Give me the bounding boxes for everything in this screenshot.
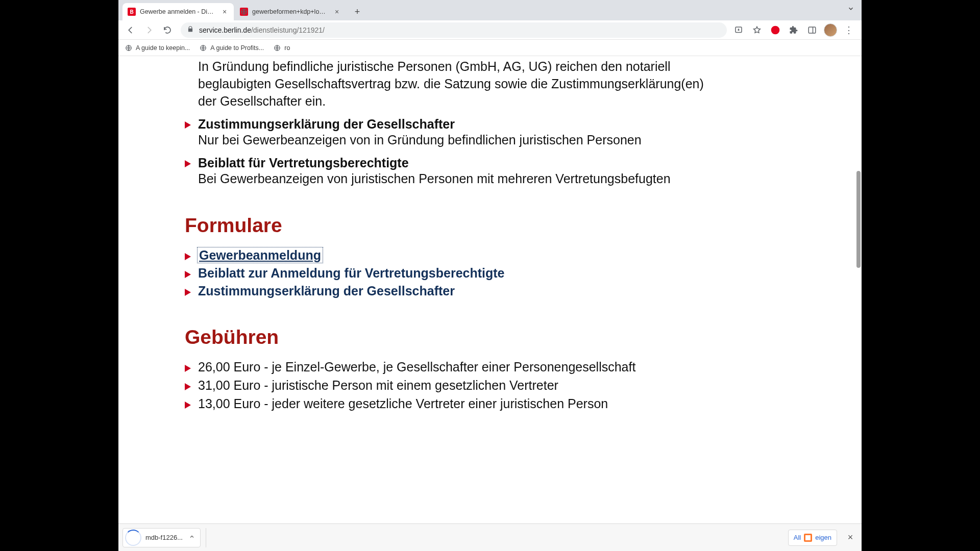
bookmark-item[interactable]: A guide to keepin... bbox=[125, 44, 190, 52]
page-viewport: In Gründung befindliche juristische Pers… bbox=[118, 56, 862, 551]
form-link-zustimmung[interactable]: Zustimmungserklärung der Gesellschafter bbox=[198, 284, 455, 298]
divider bbox=[206, 528, 206, 547]
tab-title: gewerbeformen+kdp+low+con bbox=[252, 8, 329, 15]
reload-button[interactable] bbox=[159, 22, 176, 38]
scrollbar-thumb[interactable] bbox=[856, 171, 861, 268]
globe-icon bbox=[273, 44, 281, 52]
list-item: Beiblatt zur Anmeldung für Vertretungsbe… bbox=[185, 266, 721, 281]
requirement-title: Beiblatt für Vertretungsberechtigte bbox=[198, 156, 721, 170]
heading-gebuehren: Gebühren bbox=[185, 326, 721, 348]
adblock-icon[interactable] bbox=[769, 23, 782, 37]
bookmark-label: A guide to keepin... bbox=[136, 44, 190, 52]
bookmark-label: ro bbox=[284, 44, 290, 52]
scrollbar[interactable] bbox=[855, 56, 862, 523]
toolbar: service.berlin.de/dienstleistung/121921/ bbox=[118, 20, 862, 40]
show-all-label-left: All bbox=[794, 534, 801, 541]
bookmarks-bar: A guide to keepin... A guide to Profits.… bbox=[118, 40, 862, 56]
sidepanel-icon[interactable] bbox=[805, 23, 819, 37]
svg-point-2 bbox=[771, 26, 780, 34]
heading-formulare: Formulare bbox=[185, 214, 721, 237]
tab-active[interactable]: B Gewerbe anmelden - Dienstle × bbox=[122, 3, 234, 20]
download-progress-icon bbox=[125, 530, 141, 546]
url-text: service.berlin.de/dienstleistung/121921/ bbox=[199, 26, 721, 34]
bookmark-star-icon[interactable] bbox=[750, 23, 764, 37]
close-icon[interactable]: × bbox=[220, 8, 229, 16]
file-icon bbox=[804, 534, 812, 542]
menu-icon[interactable]: ⋮ bbox=[842, 23, 855, 37]
svg-rect-3 bbox=[808, 27, 816, 33]
tab-title: Gewerbe anmelden - Dienstle bbox=[140, 8, 216, 15]
lock-icon bbox=[187, 26, 194, 34]
list-item: Gewerbeanmeldung bbox=[185, 248, 721, 263]
tab-inactive[interactable]: gewerbeformen+kdp+low+con × bbox=[235, 3, 346, 20]
bookmark-item[interactable]: A guide to Profits... bbox=[199, 44, 264, 52]
chevron-up-icon[interactable] bbox=[189, 534, 195, 541]
show-all-label-right: eigen bbox=[815, 534, 831, 541]
address-bar[interactable]: service.berlin.de/dienstleistung/121921/ bbox=[181, 22, 727, 38]
browser-window: B Gewerbe anmelden - Dienstle × gewerbef… bbox=[118, 0, 862, 551]
fee-item: 31,00 Euro - juristische Person mit eine… bbox=[185, 378, 721, 393]
back-button[interactable] bbox=[122, 22, 139, 38]
favicon-icon: B bbox=[128, 8, 136, 16]
download-filename: mdb-f1226... bbox=[145, 534, 183, 541]
requirement-item: Zustimmungserklärung der Gesellschafter … bbox=[185, 117, 721, 148]
fee-item: 13,00 Euro - jeder weitere gesetzliche V… bbox=[185, 396, 721, 411]
download-bar: mdb-f1226... All eigen × bbox=[118, 523, 862, 551]
install-icon[interactable] bbox=[732, 23, 745, 37]
download-item[interactable]: mdb-f1226... bbox=[122, 528, 201, 547]
requirement-item: Beiblatt für Vertretungsberechtigte Bei … bbox=[185, 156, 721, 187]
globe-icon bbox=[240, 8, 248, 16]
page-content: In Gründung befindliche juristische Pers… bbox=[185, 56, 721, 415]
form-link-beiblatt[interactable]: Beiblatt zur Anmeldung für Vertretungsbe… bbox=[198, 266, 505, 280]
close-icon[interactable]: × bbox=[333, 8, 341, 16]
fee-item: 26,00 Euro - je Einzel-Gewerbe, je Gesel… bbox=[185, 360, 721, 374]
new-tab-button[interactable]: + bbox=[350, 5, 364, 19]
bookmark-item[interactable]: ro bbox=[273, 44, 290, 52]
list-item: Zustimmungserklärung der Gesellschafter bbox=[185, 284, 721, 298]
forward-button[interactable] bbox=[141, 22, 157, 38]
extensions-icon[interactable] bbox=[787, 23, 800, 37]
requirement-body: Bei Gewerbeanzeigen von juristischen Per… bbox=[198, 170, 721, 187]
requirement-body: Nur bei Gewerbeanzeigen von in Gründung … bbox=[198, 132, 721, 148]
close-icon[interactable]: × bbox=[843, 531, 857, 545]
intro-paragraph: In Gründung befindliche juristische Pers… bbox=[198, 58, 721, 110]
globe-icon bbox=[199, 44, 207, 52]
globe-icon bbox=[125, 44, 133, 52]
bookmark-label: A guide to Profits... bbox=[210, 44, 264, 52]
tab-strip: B Gewerbe anmelden - Dienstle × gewerbef… bbox=[118, 0, 862, 20]
form-link-gewerbeanmeldung[interactable]: Gewerbeanmeldung bbox=[198, 248, 322, 262]
profile-avatar[interactable] bbox=[824, 23, 837, 37]
show-all-downloads-button[interactable]: All eigen bbox=[788, 530, 837, 546]
tabs-overflow-icon[interactable] bbox=[847, 5, 854, 14]
requirement-title: Zustimmungserklärung der Gesellschafter bbox=[198, 117, 721, 132]
